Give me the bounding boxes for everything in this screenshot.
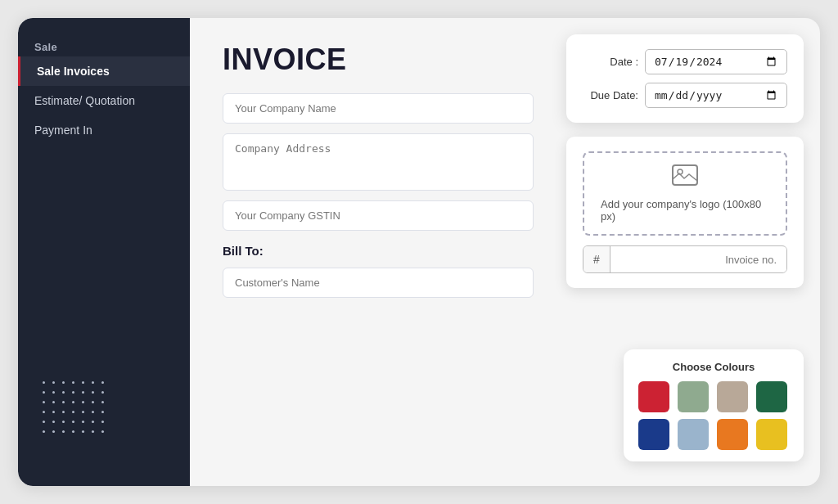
logo-card: Add your company's logo (100x80 px) #	[566, 137, 804, 288]
colour-swatch-7[interactable]	[756, 419, 787, 450]
invoice-no-row: #	[583, 245, 787, 273]
dot	[101, 401, 104, 403]
dot	[52, 430, 55, 433]
invoice-number-input[interactable]	[610, 247, 786, 272]
due-date-input[interactable]	[645, 83, 787, 108]
dot	[92, 381, 94, 384]
dot	[72, 381, 74, 384]
company-name-input[interactable]	[223, 93, 534, 124]
colour-swatch-4[interactable]	[638, 419, 669, 450]
dot	[72, 401, 74, 403]
dot	[62, 381, 65, 384]
due-date-label: Due Date:	[583, 89, 638, 101]
dot	[72, 391, 74, 394]
dot	[52, 391, 55, 394]
sidebar-item-sale-invoices[interactable]: Sale Invoices	[18, 56, 190, 86]
sidebar-item-payment-in[interactable]: Payment In	[18, 115, 190, 145]
dot	[82, 401, 84, 403]
colour-swatch-2[interactable]	[717, 381, 748, 412]
sidebar-section-label: Sale	[18, 34, 190, 56]
colour-card-title: Choose Colours	[638, 361, 789, 373]
dot	[92, 421, 94, 423]
dot	[92, 411, 94, 413]
dot	[43, 381, 45, 384]
dot	[62, 430, 65, 433]
dot	[101, 430, 104, 433]
dot	[101, 421, 104, 423]
dot	[43, 430, 45, 433]
dot-grid-decoration	[43, 381, 108, 437]
dot	[62, 411, 65, 413]
date-input[interactable]	[645, 49, 787, 74]
dot	[43, 401, 45, 403]
dot	[72, 411, 74, 413]
company-gstin-input[interactable]	[223, 200, 534, 231]
colour-swatches	[638, 381, 789, 450]
dot	[43, 391, 45, 394]
dot	[62, 401, 65, 403]
bill-to-label: Bill To:	[223, 244, 550, 258]
dot	[82, 381, 84, 384]
dot	[82, 391, 84, 394]
colour-card: Choose Colours	[624, 349, 804, 461]
colour-swatch-6[interactable]	[717, 419, 748, 450]
dot	[52, 421, 55, 423]
svg-rect-0	[673, 165, 697, 185]
dot	[52, 411, 55, 413]
logo-upload-label: Add your company's logo (100x80 px)	[601, 198, 769, 223]
dot	[52, 381, 55, 384]
image-icon	[672, 164, 698, 191]
main-content: INVOICE Bill To: Date : Due Date:	[190, 18, 820, 486]
main-container: Sale Sale Invoices Estimate/ Quotation P…	[18, 18, 820, 486]
dot	[43, 411, 45, 413]
dot	[101, 391, 104, 394]
due-date-row: Due Date:	[583, 83, 787, 108]
colour-swatch-1[interactable]	[678, 381, 709, 412]
dot	[62, 421, 65, 423]
dot	[92, 430, 94, 433]
invoice-hash-symbol: #	[583, 246, 610, 272]
dot	[82, 421, 84, 423]
colour-swatch-0[interactable]	[638, 381, 669, 412]
date-row: Date :	[583, 49, 787, 74]
dot	[52, 401, 55, 403]
dot	[62, 391, 65, 394]
company-address-input[interactable]	[223, 133, 534, 191]
customer-name-input[interactable]	[223, 268, 534, 298]
sidebar: Sale Sale Invoices Estimate/ Quotation P…	[18, 18, 190, 486]
dot	[101, 411, 104, 413]
colour-swatch-3[interactable]	[756, 381, 787, 412]
logo-upload-area[interactable]: Add your company's logo (100x80 px)	[583, 151, 787, 236]
dot	[92, 401, 94, 403]
dot	[101, 381, 104, 384]
date-label: Date :	[583, 56, 638, 68]
dot	[72, 421, 74, 423]
invoice-form: Bill To:	[223, 93, 550, 298]
dot	[82, 430, 84, 433]
colour-swatch-5[interactable]	[678, 419, 709, 450]
date-card: Date : Due Date:	[566, 34, 804, 123]
sidebar-item-estimate-quotation[interactable]: Estimate/ Quotation	[18, 86, 190, 115]
dot	[92, 391, 94, 394]
dot	[82, 411, 84, 413]
dot	[72, 430, 74, 433]
dot	[43, 421, 45, 423]
